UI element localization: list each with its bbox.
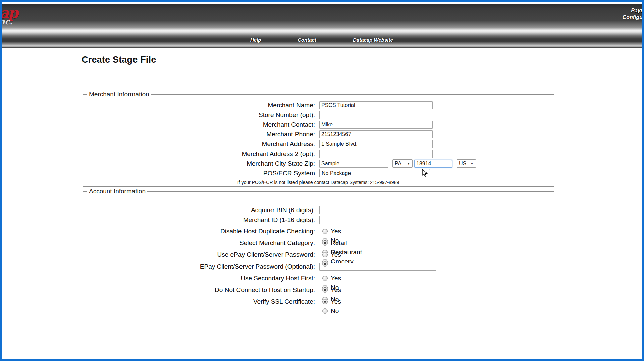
store-number-row: Store Number (opt): — [83, 110, 554, 120]
radio-label: Retail — [331, 239, 347, 247]
radio-label: Yes — [331, 251, 341, 258]
epay-password-label: EPay Client/Server Password (Optional): — [83, 263, 318, 270]
use-epay-password-group: Use ePay Client/Server Password: Yes No — [83, 250, 554, 260]
window-border-right — [642, 2, 644, 361]
city-state-zip-row: Merchant City State Zip: PA ▼ US ▼ — [83, 159, 554, 168]
create-stage-file-page: { "header": { "logo_line1": "cap", "logo… — [0, 0, 644, 362]
pos-ecr-row: POS/ECR System No Package ▼ — [83, 168, 554, 178]
disable-host-dup-group: Disable Host Duplicate Checking: Yes No — [83, 227, 554, 236]
merchant-information-legend: Merchant Information — [87, 90, 151, 98]
epay-password-input[interactable] — [319, 263, 436, 271]
nav-link-contact[interactable]: Contact — [298, 37, 316, 43]
radio-label: Yes — [331, 286, 341, 294]
merchant-phone-label: Merchant Phone: — [83, 131, 318, 138]
use-epay-yes-option[interactable]: Yes — [318, 250, 341, 259]
no-connect-yes-option[interactable]: Yes — [318, 285, 341, 295]
pos-ecr-select[interactable]: No Package ▼ — [319, 169, 430, 177]
merchant-category-group: Select Merchant Category: Retail Restaur… — [83, 238, 554, 248]
state-select[interactable]: PA ▼ — [392, 159, 413, 168]
merchant-address2-label: Merchant Address 2 (opt): — [83, 150, 318, 158]
radio-category-retail[interactable] — [322, 240, 328, 246]
merchant-information-fieldset: Merchant Information Merchant Name: Stor… — [83, 90, 554, 187]
merchant-phone-input[interactable] — [319, 130, 433, 138]
window-border-top — [0, 0, 644, 2]
nav-link-datacap-website[interactable]: Datacap Website — [353, 37, 393, 43]
merchant-address2-row: Merchant Address 2 (opt): — [83, 149, 554, 159]
store-number-input[interactable] — [319, 111, 388, 119]
secondary-host-yes-option[interactable]: Yes — [318, 274, 341, 283]
radio-verify-ssl-yes[interactable] — [322, 299, 328, 304]
no-connect-startup-label: Do Not Connect to Host on Startup: — [83, 285, 318, 295]
merchant-name-input[interactable] — [319, 101, 433, 109]
merchant-address-input[interactable] — [319, 140, 433, 148]
radio-use-epay-yes[interactable] — [322, 252, 328, 257]
zip-input[interactable] — [414, 160, 452, 168]
account-information-legend: Account Information — [87, 188, 147, 195]
pos-ecr-note: If your POS/ECR is not listed please con… — [83, 180, 554, 185]
merchant-contact-label: Merchant Contact: — [83, 121, 318, 128]
secondary-host-label: Use Secondary Host First: — [83, 274, 318, 283]
account-information-fieldset: Account Information Acquirer BIN (6 digi… — [83, 188, 554, 362]
radio-secondary-host-yes[interactable] — [322, 276, 328, 281]
page-title: Create Stage File — [82, 55, 156, 65]
merchant-id-row: Merchant ID (1-16 digits): — [83, 215, 554, 225]
radio-label: Yes — [331, 298, 341, 305]
radio-disable-host-dup-yes[interactable] — [322, 229, 328, 234]
window-border-bottom — [0, 359, 644, 361]
pos-ecr-label: POS/ECR System — [83, 170, 318, 177]
country-select-value: US — [459, 161, 466, 167]
verify-ssl-yes-option[interactable]: Yes — [318, 297, 341, 306]
merchant-name-label: Merchant Name: — [83, 102, 318, 109]
radio-label: Yes — [331, 228, 341, 235]
state-select-value: PA — [395, 161, 401, 167]
store-number-label: Store Number (opt): — [83, 111, 318, 119]
pos-ecr-select-value: No Package — [322, 170, 351, 176]
window-top-line — [0, 2, 644, 2]
header-right-line1: Payr — [623, 7, 643, 14]
city-state-zip-label: Merchant City State Zip: — [83, 160, 318, 167]
radio-label: Yes — [331, 275, 341, 282]
verify-ssl-group: Verify SSL Certificate: Yes No — [83, 297, 554, 307]
datacap-logo: cap nc. — [2, 6, 32, 31]
header-right-line2: Configu — [623, 14, 643, 21]
merchant-name-row: Merchant Name: — [83, 100, 554, 110]
radio-use-epay-no[interactable] — [322, 261, 328, 267]
merchant-contact-input[interactable] — [319, 121, 433, 129]
header-right-title: Payr Configu — [623, 7, 643, 21]
acquirer-bin-row: Acquirer BIN (6 digits): — [83, 205, 554, 215]
secondary-host-group: Use Secondary Host First: Yes No — [83, 274, 554, 283]
merchant-address2-input[interactable] — [319, 150, 433, 158]
merchant-category-label: Select Merchant Category: — [83, 238, 318, 248]
merchant-city-input[interactable] — [319, 160, 388, 168]
acquirer-bin-label: Acquirer BIN (6 digits): — [83, 206, 318, 214]
merchant-id-input[interactable] — [319, 216, 436, 224]
nav-link-help[interactable]: Help — [250, 37, 261, 43]
window-border-left — [0, 2, 2, 361]
chevron-down-icon: ▼ — [407, 162, 410, 165]
merchant-phone-row: Merchant Phone: — [83, 129, 554, 139]
radio-label: No — [331, 307, 339, 315]
merchant-address-label: Merchant Address: — [83, 140, 318, 148]
radio-no-connect-yes[interactable] — [322, 287, 328, 293]
radio-verify-ssl-no[interactable] — [322, 308, 328, 314]
disable-host-dup-yes-option[interactable]: Yes — [318, 227, 341, 236]
merchant-contact-row: Merchant Contact: — [83, 120, 554, 129]
merchant-id-label: Merchant ID (1-16 digits): — [83, 216, 318, 224]
country-select[interactable]: US ▼ — [457, 159, 476, 168]
no-connect-startup-group: Do Not Connect to Host on Startup: Yes N… — [83, 285, 554, 295]
disable-host-dup-label: Disable Host Duplicate Checking: — [83, 227, 318, 236]
header-banner: cap nc. Payr Configu Help Contact Dataca… — [0, 4, 644, 48]
verify-ssl-label: Verify SSL Certificate: — [83, 297, 318, 306]
verify-ssl-no-option[interactable]: No — [318, 306, 341, 316]
chevron-down-icon: ▼ — [424, 171, 428, 175]
use-epay-password-label: Use ePay Client/Server Password: — [83, 250, 318, 259]
merchant-address-row: Merchant Address: — [83, 139, 554, 149]
acquirer-bin-input[interactable] — [319, 206, 436, 214]
chevron-down-icon: ▼ — [470, 162, 474, 165]
